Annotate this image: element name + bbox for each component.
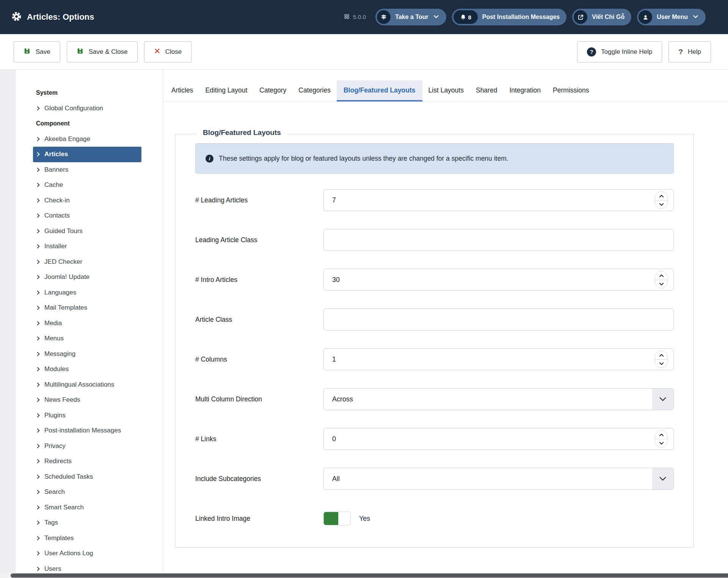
sidebar-item[interactable]: Plugins: [33, 408, 141, 423]
chevron-right-icon: [35, 490, 39, 494]
sidebar-item[interactable]: User Actions Log: [33, 546, 141, 561]
sidebar-item[interactable]: Cache: [33, 177, 141, 193]
sidebar-item[interactable]: Templates: [33, 531, 141, 546]
tab[interactable]: Integration: [503, 80, 547, 102]
sidebar-item[interactable]: Redirects: [33, 454, 141, 469]
sidebar-item[interactable]: Installer: [33, 239, 141, 254]
sidebar-item-label: Media: [44, 320, 62, 327]
spinner-up-icon[interactable]: [655, 271, 667, 280]
chevron-right-icon: [35, 337, 39, 341]
number-spinner[interactable]: [655, 430, 668, 448]
horizontal-scrollbar-thumb[interactable]: [11, 573, 728, 578]
chevron-right-icon: [35, 382, 39, 387]
user-menu-button[interactable]: User Menu: [637, 9, 706, 25]
sidebar-item[interactable]: Check-in: [33, 193, 141, 208]
sidebar-item[interactable]: Akeeba Engage: [33, 132, 141, 147]
site-link-label: Viết Chì Gỗ: [592, 14, 624, 20]
tab[interactable]: Categories: [292, 80, 337, 102]
take-a-tour-button[interactable]: Take a Tour: [375, 9, 446, 25]
joomla-version: 5.0.0: [344, 13, 366, 21]
chevron-right-icon: [35, 567, 39, 571]
sidebar-item[interactable]: Contacts: [33, 208, 141, 224]
sidebar-item[interactable]: Joomla! Update: [33, 269, 141, 285]
chevron-right-icon: [35, 214, 39, 218]
chevron-right-icon: [35, 413, 39, 417]
spinner-down-icon[interactable]: [655, 359, 667, 368]
sidebar-item-label: Banners: [44, 166, 68, 174]
sidebar-item[interactable]: Multilingual Associations: [33, 377, 141, 393]
tab-label: Permissions: [553, 86, 589, 94]
sidebar-item[interactable]: Guided Tours: [33, 224, 141, 239]
tab[interactable]: Category: [253, 80, 292, 102]
chevron-right-icon: [35, 306, 39, 310]
post-installation-messages-label: Post Installation Messages: [482, 14, 560, 20]
sidebar-item-label: Post-installation Messages: [44, 427, 121, 434]
field-label: # Leading Articles: [195, 196, 323, 204]
sidebar-item[interactable]: Search: [33, 484, 141, 500]
spinner-down-icon[interactable]: [655, 280, 667, 288]
sidebar-item[interactable]: JED Checker: [33, 254, 141, 270]
help-button[interactable]: ? Help: [668, 41, 711, 63]
signpost-icon: [377, 10, 391, 24]
field-row-intro-articles: # Intro Articles: [195, 269, 674, 291]
spinner-up-icon[interactable]: [655, 351, 667, 359]
sidebar-item[interactable]: Modules: [33, 362, 141, 377]
tab[interactable]: Permissions: [547, 80, 595, 102]
sidebar-item[interactable]: Menus: [33, 331, 141, 346]
sidebar-item[interactable]: Languages: [33, 285, 141, 301]
links-input[interactable]: [323, 428, 674, 450]
field-row-linked-intro-image: Linked Intro Image Yes: [195, 508, 674, 529]
sidebar-item[interactable]: Scheduled Tasks: [33, 469, 141, 485]
leading-articles-input[interactable]: [323, 189, 674, 211]
sidebar-item[interactable]: Smart Search: [33, 500, 141, 515]
sidebar-item[interactable]: Banners: [33, 162, 141, 178]
question-circle-icon: ?: [587, 47, 596, 56]
intro-articles-input[interactable]: [323, 269, 674, 291]
tab[interactable]: Editing Layout: [199, 80, 253, 102]
sidebar-item[interactable]: Tags: [33, 515, 141, 531]
field-row-multi-column-direction: Multi Column Direction Across: [195, 388, 674, 410]
chevron-right-icon: [35, 244, 39, 249]
chevron-right-icon: [35, 521, 39, 525]
spinner-down-icon[interactable]: [655, 200, 667, 208]
linked-intro-image-toggle[interactable]: [323, 512, 351, 525]
sidebar-item[interactable]: Privacy: [33, 439, 141, 454]
number-spinner[interactable]: [655, 191, 668, 209]
number-spinner[interactable]: [655, 271, 668, 288]
field-label: # Links: [195, 435, 323, 443]
close-button[interactable]: Close: [144, 41, 191, 63]
tab[interactable]: Shared: [470, 80, 503, 102]
tab[interactable]: Articles: [165, 80, 199, 102]
save-button[interactable]: Save: [14, 41, 60, 63]
toggle-on-segment: [324, 512, 338, 525]
sidebar-item-label: Smart Search: [44, 504, 84, 511]
toggle-inline-help-button[interactable]: ? Toggle Inline Help: [577, 41, 662, 63]
leading-article-class-input[interactable]: [323, 229, 674, 251]
sidebar-item[interactable]: News Feeds: [33, 392, 141, 408]
sidebar-item[interactable]: Articles: [33, 147, 141, 162]
sidebar-item[interactable]: Post-installation Messages: [33, 423, 141, 439]
left-gutter: [0, 70, 16, 573]
sidebar-item[interactable]: Users: [33, 561, 141, 573]
post-installation-messages-button[interactable]: 8 Post Installation Messages: [452, 9, 567, 25]
tab[interactable]: Blog/Featured Layouts: [337, 80, 422, 102]
number-spinner[interactable]: [655, 351, 668, 368]
sidebar-item[interactable]: Global Configuration: [33, 101, 141, 116]
spinner-up-icon[interactable]: [655, 192, 667, 200]
multi-column-direction-select[interactable]: Across: [323, 388, 674, 410]
tab-label: Editing Layout: [205, 86, 247, 94]
spinner-down-icon[interactable]: [655, 439, 667, 447]
site-link-button[interactable]: Viết Chì Gỗ: [572, 9, 631, 25]
sidebar-item[interactable]: Media: [33, 316, 141, 331]
sidebar-item[interactable]: Messaging: [33, 346, 141, 362]
spinner-up-icon[interactable]: [655, 431, 667, 439]
info-alert: i These settings apply for blog or featu…: [195, 143, 674, 174]
columns-input[interactable]: [323, 348, 674, 370]
tab[interactable]: List Layouts: [422, 80, 470, 102]
include-subcategories-select[interactable]: All: [323, 468, 674, 490]
info-alert-text: These settings apply for blog or feature…: [219, 155, 508, 163]
chevron-down-icon: [652, 388, 673, 410]
article-class-input[interactable]: [323, 309, 674, 331]
sidebar-item[interactable]: Mail Templates: [33, 300, 141, 316]
save-and-close-button[interactable]: Save & Close: [67, 41, 138, 63]
